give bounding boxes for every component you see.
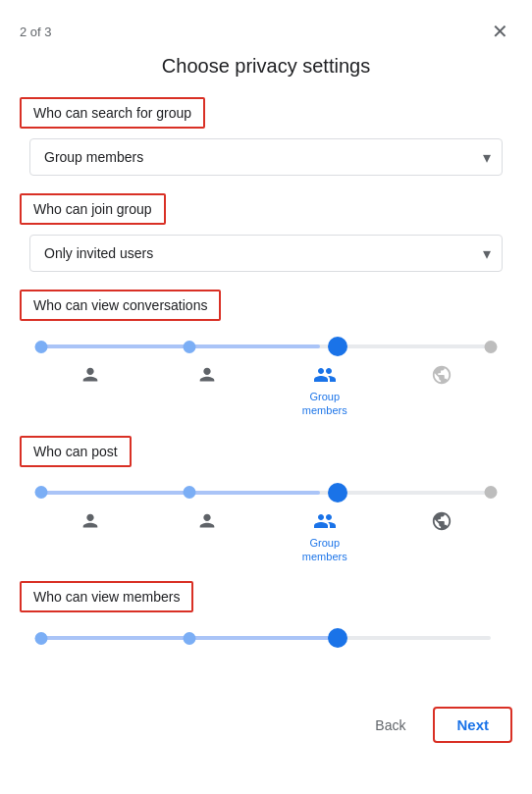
- slider-dot-0[interactable]: [35, 341, 48, 353]
- post-user-icon: [194, 508, 220, 534]
- view-members-label: Who can view members: [20, 581, 193, 612]
- post-group-icon: [312, 508, 338, 534]
- search-dropdown[interactable]: Group members Anyone Only invited users: [29, 138, 503, 176]
- post-icon-label-2: Groupmembers: [302, 536, 347, 564]
- main-content: Who can search for group Group members A…: [0, 97, 532, 673]
- post-slider-dot-2-selected[interactable]: [328, 483, 347, 503]
- post-slider-dot-1[interactable]: [184, 486, 196, 499]
- view-conversations-section: Who can view conversations: [20, 290, 512, 418]
- slider-dot-1[interactable]: [184, 341, 196, 353]
- post-person-face-icon: [78, 508, 103, 534]
- post-icon-3: [384, 508, 502, 536]
- view-conversations-icon-0: [31, 362, 149, 390]
- search-dropdown-wrapper: Group members Anyone Only invited users …: [29, 138, 503, 176]
- post-slider-dot-3[interactable]: [485, 486, 498, 499]
- dialog-header: 2 of 3 ✕: [0, 0, 532, 51]
- view-conversations-icon-1: [149, 362, 267, 390]
- post-icon-2-selected: Groupmembers: [266, 508, 384, 564]
- slider-dot-3[interactable]: [485, 341, 498, 353]
- join-section-label: Who can join group: [20, 193, 166, 225]
- person-face-icon: [78, 362, 103, 388]
- join-section: Who can join group Only invited users An…: [20, 193, 512, 272]
- next-button[interactable]: Next: [433, 707, 512, 743]
- group-icon: [312, 362, 338, 388]
- page-title: Choose privacy settings: [0, 51, 532, 97]
- post-icon-0: [31, 508, 149, 536]
- post-section: Who can post: [20, 436, 512, 564]
- view-conversations-icon-label-2: Groupmembers: [302, 390, 347, 418]
- view-members-icon-spacer: [29, 654, 503, 673]
- post-slider-dot-0[interactable]: [35, 486, 48, 499]
- view-members-section: Who can view members: [20, 581, 512, 673]
- slider-dot-2-selected[interactable]: [328, 337, 347, 356]
- view-members-slider-dot-0[interactable]: [35, 632, 48, 645]
- post-slider-track-fill: [41, 491, 320, 495]
- back-button[interactable]: Back: [363, 710, 417, 741]
- slider-track-fill: [41, 344, 320, 348]
- view-conversations-icon-2-selected: Groupmembers: [266, 362, 384, 418]
- view-members-slider-dot-2-selected[interactable]: [328, 628, 347, 648]
- search-section: Who can search for group Group members A…: [20, 97, 512, 176]
- view-members-slider-section: [20, 628, 512, 673]
- view-conversations-icon-3: [384, 362, 502, 390]
- view-conversations-icons: Groupmembers: [29, 362, 503, 418]
- globe-icon: [429, 362, 454, 388]
- post-section-label: Who can post: [20, 436, 132, 467]
- join-dropdown[interactable]: Only invited users Anyone Group members: [29, 235, 503, 272]
- search-section-label: Who can search for group: [20, 97, 205, 129]
- view-conversations-label: Who can view conversations: [20, 290, 221, 321]
- join-dropdown-wrapper: Only invited users Anyone Group members …: [29, 235, 503, 272]
- post-icon-1: [149, 508, 267, 536]
- post-slider-section: Groupmembers: [20, 483, 512, 564]
- post-icons: Groupmembers: [29, 508, 503, 564]
- user-icon: [194, 362, 220, 388]
- post-globe-icon: [429, 508, 454, 534]
- view-members-slider-dot-1[interactable]: [184, 632, 196, 645]
- view-conversations-slider-section: Groupmembers: [20, 337, 512, 418]
- close-button[interactable]: ✕: [488, 18, 512, 45]
- dialog-footer: Back Next: [0, 691, 532, 759]
- step-indicator: 2 of 3: [20, 25, 52, 39]
